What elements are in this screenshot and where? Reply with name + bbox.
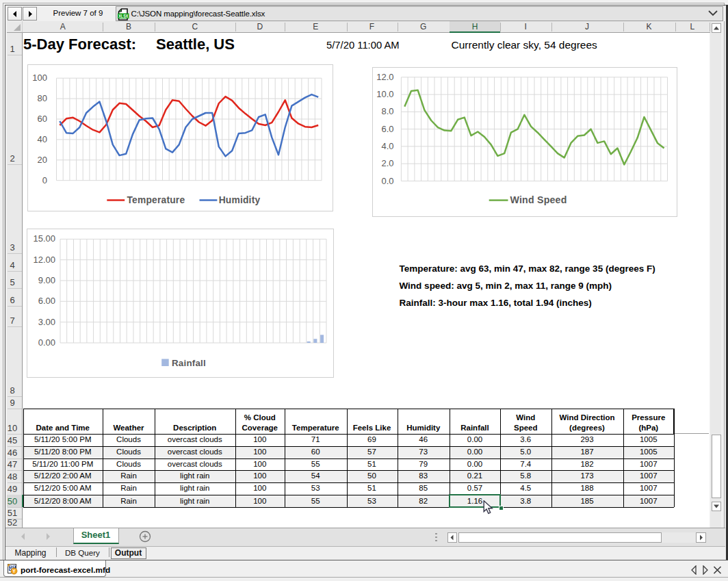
svg-text:3.00: 3.00 xyxy=(38,317,55,327)
svg-text:15.00: 15.00 xyxy=(33,233,55,244)
svg-text:9.00: 9.00 xyxy=(38,275,55,285)
svg-text:60: 60 xyxy=(37,114,47,124)
svg-text:100: 100 xyxy=(32,73,47,83)
svg-text:4.0: 4.0 xyxy=(381,140,393,151)
svg-text:8.0: 8.0 xyxy=(381,106,393,116)
svg-text:12.0: 12.0 xyxy=(376,71,393,81)
svg-text:0: 0 xyxy=(42,175,47,185)
svg-text:20: 20 xyxy=(37,154,47,164)
svg-text:10.0: 10.0 xyxy=(376,89,393,99)
svg-text:12.00: 12.00 xyxy=(33,255,55,265)
svg-text:6.00: 6.00 xyxy=(38,296,55,306)
svg-text:80: 80 xyxy=(37,93,47,103)
svg-text:Temperature: Temperature xyxy=(127,195,185,205)
svg-text:Humidity: Humidity xyxy=(218,195,260,205)
svg-text:0.0: 0.0 xyxy=(381,175,393,185)
svg-text:0.00: 0.00 xyxy=(38,337,55,348)
svg-text:Rainfall: Rainfall xyxy=(172,358,206,368)
svg-text:XLSX: XLSX xyxy=(118,14,129,18)
svg-text:Y: Y xyxy=(12,569,16,573)
svg-text:6.0: 6.0 xyxy=(381,123,393,133)
svg-text:2.0: 2.0 xyxy=(381,158,393,168)
svg-text:40: 40 xyxy=(37,133,47,144)
svg-text:Wind Speed: Wind Speed xyxy=(510,194,567,205)
